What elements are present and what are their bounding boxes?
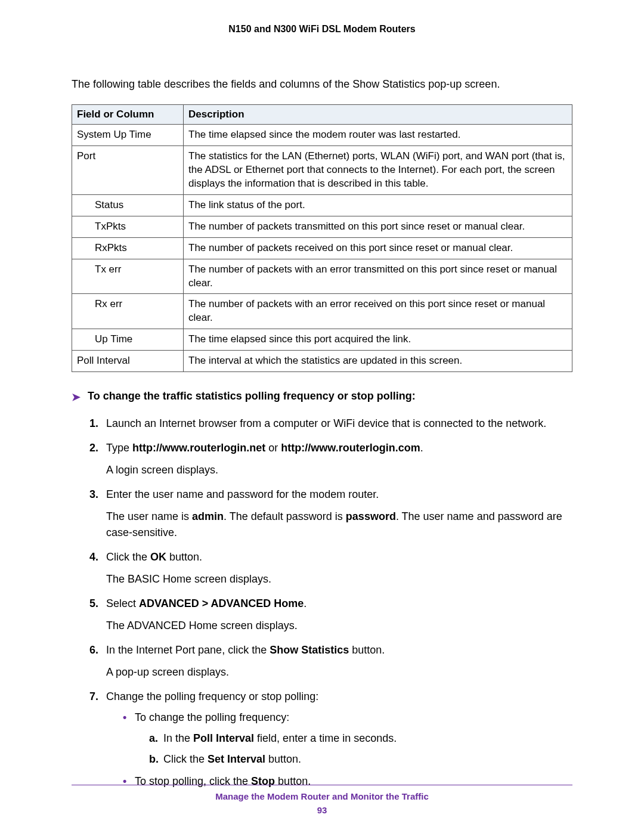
table-row: Poll IntervalThe interval at which the s…: [72, 351, 572, 372]
lettered-list: a. In the Poll Interval field, enter a t…: [135, 730, 572, 767]
step-sub: The BASIC Home screen displays.: [106, 571, 572, 587]
table-row: TxPktsThe number of packets transmitted …: [72, 216, 572, 237]
cell-description: The time elapsed since the modem router …: [184, 125, 572, 146]
table-row: System Up TimeThe time elapsed since the…: [72, 125, 572, 146]
step-number: 5.: [89, 596, 98, 612]
cell-field: TxPkts: [72, 216, 184, 237]
step-number: 2.: [89, 440, 98, 456]
step-sub: The ADVANCED Home screen displays.: [106, 618, 572, 634]
sub-bullet-list: To change the polling frequency: a. In t…: [106, 710, 572, 789]
table-row: PortThe statistics for the LAN (Ethernet…: [72, 145, 572, 194]
lettered-item-a: a. In the Poll Interval field, enter a t…: [149, 730, 572, 747]
cell-field: Port: [72, 145, 184, 194]
step-number: 1.: [89, 416, 98, 432]
table-row: Rx errThe number of packets with an erro…: [72, 294, 572, 329]
step-number: 6.: [89, 642, 98, 658]
th-field: Field or Column: [72, 105, 184, 125]
step-7: 7. Change the polling frequency or stop …: [89, 689, 572, 789]
footer-title: Manage the Modem Router and Monitor the …: [72, 791, 572, 801]
step-number: 3.: [89, 487, 98, 503]
step-2: 2. Type http://www.routerlogin.net or ht…: [89, 440, 572, 478]
cell-description: The statistics for the LAN (Ethernet) po…: [184, 145, 572, 194]
steps-list: 1. Launch an Internet browser from a com…: [72, 416, 572, 789]
cell-description: The number of packets with an error tran…: [184, 259, 572, 294]
cell-description: The time elapsed since this port acquire…: [184, 329, 572, 351]
step-6: 6. In the Internet Port pane, click the …: [89, 642, 572, 680]
step-text: Launch an Internet browser from a comput…: [106, 417, 546, 429]
cell-description: The number of packets received on this p…: [184, 237, 572, 259]
step-sub: A pop-up screen displays.: [106, 664, 572, 680]
th-description: Description: [184, 105, 572, 125]
cell-field: System Up Time: [72, 125, 184, 146]
step-text: Enter the user name and password for the…: [106, 488, 379, 500]
document-page: N150 and N300 WiFi DSL Modem Routers The…: [0, 0, 644, 833]
step-text: Click the OK button.: [106, 551, 202, 563]
bullet-item: To change the polling frequency: a. In t…: [123, 710, 572, 767]
footer-page-number: 93: [72, 805, 572, 815]
table-row: StatusThe link status of the port.: [72, 194, 572, 216]
lettered-item-b: b. Click the Set Interval button.: [149, 751, 572, 767]
table-row: Tx errThe number of packets with an erro…: [72, 259, 572, 294]
intro-paragraph: The following table describes the fields…: [72, 76, 572, 92]
fields-table: Field or Column Description System Up Ti…: [72, 104, 572, 372]
step-text: Change the polling frequency or stop pol…: [106, 690, 318, 702]
cell-field: RxPkts: [72, 237, 184, 259]
table-row: RxPktsThe number of packets received on …: [72, 237, 572, 259]
cell-description: The interval at which the statistics are…: [184, 351, 572, 372]
procedure-heading-text: To change the traffic statistics polling…: [88, 390, 416, 402]
step-text: Select ADVANCED > ADVANCED Home.: [106, 597, 306, 609]
step-3: 3. Enter the user name and password for …: [89, 487, 572, 541]
table-row: Up TimeThe time elapsed since this port …: [72, 329, 572, 351]
cell-field: Status: [72, 194, 184, 216]
step-number: 4.: [89, 549, 98, 565]
step-text: In the Internet Port pane, click the Sho…: [106, 644, 385, 656]
step-5: 5. Select ADVANCED > ADVANCED Home. The …: [89, 596, 572, 634]
step-sub: A login screen displays.: [106, 462, 572, 478]
page-footer: Manage the Modem Router and Monitor the …: [72, 785, 572, 815]
arrow-icon: ➤: [72, 390, 80, 405]
cell-field: Rx err: [72, 294, 184, 329]
cell-description: The link status of the port.: [184, 194, 572, 216]
cell-field: Tx err: [72, 259, 184, 294]
step-number: 7.: [89, 689, 98, 705]
cell-description: The number of packets transmitted on thi…: [184, 216, 572, 237]
step-1: 1. Launch an Internet browser from a com…: [89, 416, 572, 432]
step-sub: The user name is admin. The default pass…: [106, 509, 572, 541]
cell-description: The number of packets with an error rece…: [184, 294, 572, 329]
step-4: 4. Click the OK button. The BASIC Home s…: [89, 549, 572, 587]
cell-field: Up Time: [72, 329, 184, 351]
table-header-row: Field or Column Description: [72, 105, 572, 125]
step-text: Type http://www.routerlogin.net or http:…: [106, 442, 423, 454]
cell-field: Poll Interval: [72, 351, 184, 372]
procedure-heading: ➤ To change the traffic statistics polli…: [72, 390, 572, 405]
header-title: N150 and N300 WiFi DSL Modem Routers: [72, 24, 572, 35]
